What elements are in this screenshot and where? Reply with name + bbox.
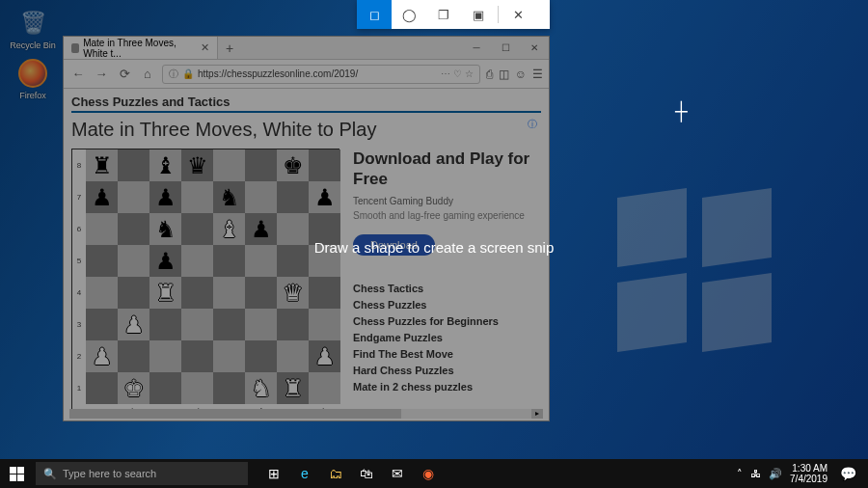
fullscreen-snip-icon[interactable]: ▣ bbox=[461, 0, 496, 29]
task-view-icon[interactable]: ⊞ bbox=[258, 466, 289, 481]
freeform-snip-icon[interactable]: ◯ bbox=[392, 0, 426, 29]
taskbar-clock[interactable]: 1:30 AM 7/4/2019 bbox=[790, 463, 827, 484]
taskbar-search[interactable]: 🔍 Type here to search bbox=[36, 462, 248, 485]
tray-chevron-icon[interactable]: ˄ bbox=[737, 468, 743, 480]
snip-hint-text: Draw a shape to create a screen snip bbox=[0, 239, 868, 256]
action-center-icon[interactable]: 💬 bbox=[835, 466, 860, 481]
mail-icon[interactable]: ✉ bbox=[382, 466, 413, 481]
edge-icon[interactable]: e bbox=[289, 466, 320, 481]
close-snip-icon[interactable]: ✕ bbox=[501, 0, 535, 29]
windows-start-icon bbox=[10, 467, 24, 481]
snip-toolbar: ◻ ◯ ❐ ▣ ✕ bbox=[357, 0, 550, 29]
search-icon: 🔍 bbox=[43, 468, 57, 480]
clock-time: 1:30 AM bbox=[790, 463, 827, 474]
crosshair-cursor-icon: ┼ bbox=[675, 101, 688, 122]
taskbar: 🔍 Type here to search ⊞ e 🗂 🛍 ✉ ◉ ˄ 🖧 🔊 … bbox=[0, 459, 868, 488]
volume-icon[interactable]: 🔊 bbox=[769, 468, 782, 480]
firefox-taskbar-icon[interactable]: ◉ bbox=[413, 466, 444, 481]
search-placeholder: Type here to search bbox=[63, 468, 156, 479]
start-button[interactable] bbox=[0, 459, 33, 488]
file-explorer-icon[interactable]: 🗂 bbox=[320, 466, 351, 481]
clock-date: 7/4/2019 bbox=[790, 474, 827, 484]
store-icon[interactable]: 🛍 bbox=[351, 466, 382, 481]
taskbar-pinned: ⊞ e 🗂 🛍 ✉ ◉ bbox=[258, 466, 444, 481]
separator bbox=[498, 6, 499, 23]
network-icon[interactable]: 🖧 bbox=[750, 468, 761, 479]
window-snip-icon[interactable]: ❐ bbox=[426, 0, 461, 29]
system-tray: ˄ 🖧 🔊 1:30 AM 7/4/2019 💬 bbox=[737, 463, 868, 484]
rectangular-snip-icon[interactable]: ◻ bbox=[357, 0, 392, 29]
